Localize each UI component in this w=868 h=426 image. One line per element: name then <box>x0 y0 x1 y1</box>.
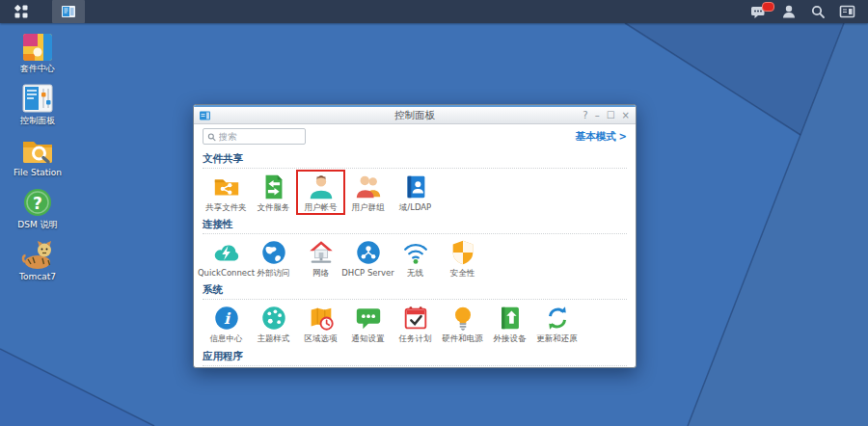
cp-item-network[interactable]: 网络 <box>297 236 344 280</box>
cp-item-notification[interactable]: 通知设置 <box>344 302 392 345</box>
minimize-button[interactable]: – <box>595 111 600 120</box>
main-menu-button[interactable] <box>0 0 42 23</box>
cp-item-label: 共享文件夹 <box>205 202 247 212</box>
control-panel-window: 控制面板 ? – ☐ × 基本模式 > 文件共享 <box>193 104 637 368</box>
search-button[interactable] <box>803 0 832 23</box>
close-button[interactable]: × <box>622 111 630 120</box>
search-input[interactable] <box>219 131 301 142</box>
section-title-connectivity: 连接性 <box>203 214 627 234</box>
cp-item-label: 外部访问 <box>258 268 290 278</box>
cp-item-wireless[interactable]: 无线 <box>392 236 439 280</box>
section-title-system: 系统 <box>203 280 627 300</box>
cp-item-label: 任务计划 <box>399 333 432 343</box>
cp-item-quickconnect[interactable]: QuickConnect <box>203 236 250 280</box>
task-scheduler-calendar-icon <box>401 304 430 333</box>
external-access-globe-icon <box>259 238 288 267</box>
cp-item-task-scheduler[interactable]: 任务计划 <box>392 302 439 345</box>
main-menu-icon <box>13 3 30 20</box>
desktop-icon-list: 套件中心 控制面板 File Station ? DSM 说明 <box>7 29 68 281</box>
desktop-icon-package-center[interactable]: 套件中心 <box>7 29 68 74</box>
user-account-icon <box>307 173 336 201</box>
cp-item-file-services[interactable]: 文件服务 <box>250 171 297 214</box>
desktop-icon-label: 套件中心 <box>20 65 55 74</box>
cp-item-label: DHCP Server <box>341 268 394 278</box>
notification-bubble-icon <box>354 304 383 333</box>
cp-item-external-access[interactable]: 外部访问 <box>250 236 297 280</box>
widgets-panel-icon <box>839 4 855 19</box>
chevron-right-icon: > <box>619 131 627 142</box>
window-titlebar[interactable]: 控制面板 ? – ☐ × <box>194 105 636 124</box>
cp-item-regional-options[interactable]: 区域选项 <box>297 302 344 345</box>
cp-item-shared-folder[interactable]: 共享文件夹 <box>203 171 250 214</box>
user-icon <box>781 4 797 19</box>
security-shield-icon <box>448 238 477 267</box>
taskbar-open-app-control-panel[interactable] <box>52 0 85 23</box>
user-options-button[interactable] <box>774 0 803 23</box>
cp-item-label: QuickConnect <box>198 268 255 278</box>
basic-mode-link[interactable]: 基本模式 > <box>576 130 627 144</box>
desktop-icon-label: 控制面板 <box>20 117 55 126</box>
section-items-connectivity: QuickConnect 外部访问 网络 <box>203 236 627 280</box>
cp-item-dhcp-server[interactable]: DHCP Server <box>344 236 392 280</box>
section-title-file-sharing: 文件共享 <box>203 148 627 169</box>
taskbar-right-tray <box>744 0 868 23</box>
cp-item-info-center[interactable]: i 信息中心 <box>203 302 250 345</box>
cp-item-hardware-power[interactable]: 硬件和电源 <box>439 302 486 345</box>
search-icon <box>207 132 216 142</box>
cp-item-label: 域/LDAP <box>399 202 431 212</box>
file-station-icon <box>20 133 55 168</box>
window-controls: ? – ☐ × <box>583 111 630 120</box>
control-panel-mini-icon <box>61 4 76 19</box>
cp-item-label: 文件服务 <box>258 202 290 212</box>
cp-item-label: 用户群组 <box>352 202 385 212</box>
maximize-button[interactable]: ☐ <box>607 111 615 120</box>
cp-item-external-devices[interactable]: 外接设备 <box>486 302 533 345</box>
cp-item-label: 用户帐号 <box>305 202 338 212</box>
notifications-button[interactable] <box>744 0 774 23</box>
info-center-icon: i <box>212 304 241 333</box>
cp-item-label: 无线 <box>407 268 423 278</box>
cp-item-label: 通知设置 <box>352 333 385 343</box>
tomcat-icon <box>20 237 55 272</box>
taskbar <box>0 0 868 23</box>
cp-item-user-account[interactable]: 用户帐号 <box>297 171 344 214</box>
regional-options-icon <box>307 304 336 333</box>
desktop-icon-control-panel[interactable]: 控制面板 <box>7 81 68 126</box>
wireless-wifi-icon <box>401 238 430 267</box>
cp-item-label: 硬件和电源 <box>442 333 483 343</box>
cp-item-domain-ldap[interactable]: 域/LDAP <box>392 171 439 214</box>
cp-item-update-restore[interactable]: 更新和还原 <box>533 302 581 345</box>
window-title: 控制面板 <box>194 109 636 122</box>
cp-item-label: 信息中心 <box>210 333 243 343</box>
domain-ldap-icon <box>401 173 430 201</box>
quickconnect-icon <box>212 238 241 267</box>
desktop-icon-dsm-help[interactable]: ? DSM 说明 <box>7 185 68 230</box>
help-button[interactable]: ? <box>583 111 587 120</box>
widgets-button[interactable] <box>832 0 862 23</box>
package-center-icon <box>20 29 55 64</box>
cp-item-label: 主题样式 <box>258 333 290 343</box>
update-restore-icon <box>543 304 572 333</box>
basic-mode-label: 基本模式 <box>576 130 616 144</box>
network-home-icon <box>307 238 336 267</box>
desktop-icon-file-station[interactable]: File Station <box>7 133 68 178</box>
desktop-icon-tomcat7[interactable]: Tomcat7 <box>7 237 68 282</box>
shared-folder-icon <box>212 173 241 201</box>
cp-item-user-group[interactable]: 用户群组 <box>344 171 392 214</box>
file-services-icon <box>259 173 288 201</box>
user-group-icon <box>354 173 383 201</box>
cp-item-security[interactable]: 安全性 <box>439 236 486 280</box>
hardware-power-bulb-icon <box>448 304 477 333</box>
svg-text:?: ? <box>33 193 42 212</box>
cp-item-label: 区域选项 <box>305 333 338 343</box>
notification-badge <box>762 2 774 12</box>
window-toolbar: 基本模式 > <box>194 124 636 148</box>
cp-item-label: 外接设备 <box>494 333 527 343</box>
dsm-help-icon: ? <box>20 185 55 220</box>
cp-item-label: 网络 <box>312 268 329 278</box>
cp-item-theme[interactable]: 主题样式 <box>250 302 297 345</box>
desktop-icon-label: Tomcat7 <box>19 273 56 282</box>
search-box[interactable] <box>203 128 306 145</box>
cp-item-label: 安全性 <box>450 268 475 278</box>
section-items-file-sharing: 共享文件夹 文件服务 用户帐号 <box>203 171 627 214</box>
